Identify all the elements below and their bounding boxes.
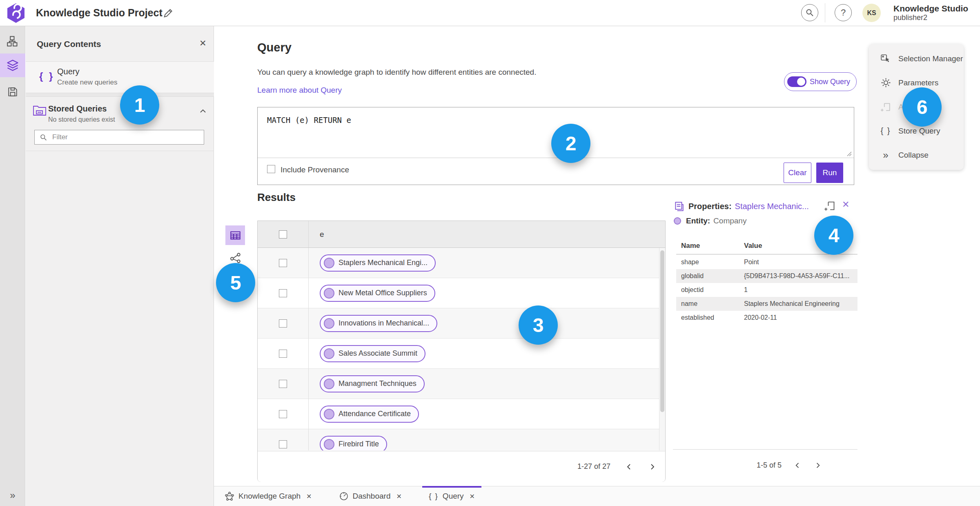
stored-queries-subtitle: No stored queries exist — [48, 116, 115, 123]
query-box-divider — [258, 158, 854, 158]
annotation-circle-3: 3 — [519, 305, 558, 345]
row-checkbox-cell — [258, 399, 309, 429]
tab-close-icon[interactable]: ✕ — [306, 493, 312, 500]
entity-label: Entity: — [686, 216, 710, 225]
add-square-icon — [880, 102, 891, 112]
annotation-circle-2: 2 — [551, 124, 590, 163]
save-icon[interactable] — [0, 80, 25, 104]
entity-icon — [324, 318, 334, 329]
entity-icon — [324, 439, 334, 450]
properties-close-icon[interactable]: ✕ — [842, 199, 849, 210]
menu-label: Selection Manager — [898, 54, 963, 63]
properties-table-body: shapePointglobalid{5D9B4713-F98D-4A53-A5… — [676, 255, 858, 325]
query-contents-panel: Query Contents ✕ { } Query Create new qu… — [26, 26, 214, 506]
query-braces-icon: { } — [39, 71, 54, 82]
property-row: nameStaplers Mechanical Engineering — [676, 297, 858, 311]
entity-row: Entity: Company — [674, 216, 746, 225]
show-query-toggle[interactable]: Show Query — [784, 72, 857, 91]
data-model-icon[interactable] — [0, 29, 25, 53]
properties-prev-page-icon[interactable] — [794, 461, 802, 469]
properties-next-page-icon[interactable] — [814, 461, 822, 469]
entity-pill[interactable]: Sales Associate Summit — [320, 345, 425, 362]
app-logo-icon[interactable] — [7, 3, 25, 23]
row-checkbox[interactable] — [279, 319, 287, 328]
panel-item-query[interactable]: { } Query Create new queries — [26, 62, 214, 93]
property-value: 2020-02-11 — [744, 314, 858, 321]
tab-dashboard[interactable]: Dashboard ✕ — [335, 486, 406, 506]
filter-input[interactable] — [51, 133, 192, 142]
row-checkbox[interactable] — [279, 380, 287, 388]
property-name: established — [676, 314, 744, 321]
account-name: Knowledge Studio — [893, 4, 968, 13]
annotation-circle-4: 4 — [814, 216, 853, 255]
contents-layers-icon[interactable] — [0, 53, 25, 77]
row-checkbox[interactable] — [279, 440, 287, 448]
edit-title-icon[interactable] — [163, 7, 174, 19]
property-name: name — [676, 300, 744, 308]
toggle-switch-icon[interactable] — [787, 76, 806, 87]
expand-rail-icon[interactable]: » — [0, 487, 25, 504]
property-value: Staplers Mechanical Engineering — [744, 300, 858, 308]
tab-knowledge-graph[interactable]: Knowledge Graph ✕ — [220, 486, 316, 506]
tab-close-icon[interactable]: ✕ — [470, 493, 475, 500]
user-info[interactable]: Knowledge Studio publisher2 — [893, 4, 968, 22]
panel-close-icon[interactable]: ✕ — [199, 38, 207, 48]
tab-close-icon[interactable]: ✕ — [396, 493, 401, 500]
add-to-selection-icon[interactable] — [824, 200, 835, 212]
resize-handle-icon[interactable] — [846, 151, 852, 156]
row-checkbox[interactable] — [279, 259, 287, 267]
properties-entity-link[interactable]: Staplers Mechanic... — [735, 202, 809, 211]
results-table-header: e — [258, 221, 665, 248]
property-name: shape — [676, 259, 744, 266]
query-item-title: Query — [57, 67, 79, 76]
help-button[interactable]: ? — [835, 4, 852, 21]
row-checkbox[interactable] — [279, 350, 287, 358]
search-button[interactable] — [801, 4, 818, 21]
panel-divider-2 — [26, 151, 214, 151]
stored-queries-filter[interactable] — [34, 130, 204, 145]
learn-more-link[interactable]: Learn more about Query — [257, 86, 342, 95]
include-provenance-checkbox[interactable] — [267, 165, 275, 173]
row-checkbox[interactable] — [279, 410, 287, 418]
entity-pill-label: Managment Techniques — [339, 379, 416, 388]
menu-item-collapse[interactable]: » Collapse — [869, 143, 964, 167]
scrollbar-thumb[interactable] — [660, 250, 664, 412]
header-divider — [825, 3, 825, 22]
entity-pill[interactable]: Staplers Mechanical Engi... — [320, 254, 436, 272]
menu-item-selection-manager[interactable]: Selection Manager — [869, 47, 964, 71]
row-entity-cell: Managment Techniques — [309, 369, 659, 399]
entity-pill[interactable]: New Metal Office Suppliers — [320, 285, 435, 302]
entity-pill-label: Sales Associate Summit — [339, 349, 417, 358]
user-avatar[interactable]: KS — [862, 4, 881, 22]
row-entity-cell: Attendance Certificate — [309, 399, 659, 429]
chevron-up-icon[interactable] — [199, 107, 207, 115]
results-prev-page-icon[interactable] — [625, 463, 633, 471]
properties-doc-icon — [674, 201, 684, 212]
entity-icon — [324, 258, 334, 268]
show-query-label: Show Query — [810, 78, 850, 86]
table-view-button[interactable] — [225, 225, 245, 245]
query-editor[interactable]: MATCH (e) RETURN e — [267, 116, 351, 125]
entity-type-icon — [674, 217, 681, 225]
run-button[interactable]: Run — [816, 163, 843, 183]
left-icon-rail: » — [0, 26, 25, 506]
entity-pill[interactable]: Managment Techniques — [320, 375, 425, 392]
tab-label: Dashboard — [353, 492, 391, 501]
entity-pill[interactable]: Innovations in Mechanical... — [320, 315, 437, 332]
menu-label: Collapse — [898, 151, 929, 160]
entity-pill[interactable]: Firebird Title — [320, 436, 387, 451]
panel-title: Query Contents — [37, 39, 101, 49]
link-chart-view-icon[interactable] — [229, 252, 242, 264]
select-all-checkbox[interactable] — [279, 230, 287, 239]
clear-button[interactable]: Clear — [784, 163, 811, 183]
page-title: Query — [257, 41, 292, 54]
results-next-page-icon[interactable] — [648, 463, 656, 471]
results-heading: Results — [257, 191, 296, 204]
row-checkbox[interactable] — [279, 289, 287, 297]
tab-query[interactable]: { } Query ✕ — [425, 486, 479, 506]
results-scrollbar[interactable] — [659, 248, 665, 450]
row-checkbox-cell — [258, 248, 309, 278]
bottom-tab-bar: Knowledge Graph ✕ Dashboard ✕ { } Query … — [214, 486, 980, 506]
entity-pill[interactable]: Attendance Certificate — [320, 406, 419, 423]
properties-footer: 1-5 of 5 — [673, 449, 858, 481]
